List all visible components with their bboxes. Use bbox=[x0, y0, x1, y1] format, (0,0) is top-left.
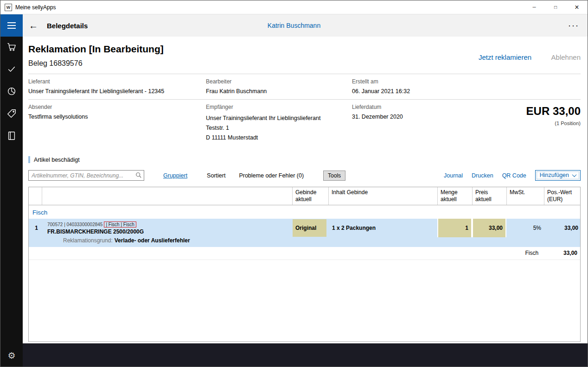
summary-value: 33,00 bbox=[543, 250, 580, 256]
table-header: Gebinde aktuell Inhalt Gebinde Menge akt… bbox=[29, 187, 580, 205]
document-title-block: Reklamation [In Bearbeitung] Beleg 16839… bbox=[28, 43, 164, 68]
cart-icon bbox=[6, 42, 17, 54]
position-count: (1 Position) bbox=[526, 120, 581, 126]
gruppiert-toggle[interactable]: Gruppiert bbox=[163, 172, 187, 179]
main-area: ⚙ Reklamation [In Bearbeitung] Beleg 168… bbox=[0, 37, 588, 367]
grund-label: Reklamationsgrund: bbox=[63, 237, 113, 244]
search-box bbox=[28, 170, 144, 181]
highlight-annotation-box: | Fisch | Fisch bbox=[104, 221, 136, 228]
qr-code-link[interactable]: QR Code bbox=[502, 172, 526, 179]
minimize-icon: ─ bbox=[532, 5, 536, 10]
row-gebinde: Original bbox=[292, 219, 328, 237]
document-header: Reklamation [In Bearbeitung] Beleg 16839… bbox=[28, 43, 581, 68]
total-amount: EUR 33,00 bbox=[526, 105, 581, 118]
tag-icon bbox=[6, 108, 17, 120]
group-header-fisch: Fisch bbox=[29, 205, 580, 219]
reject-button[interactable]: Ablehnen bbox=[551, 53, 581, 61]
document-title: Reklamation [In Bearbeitung] bbox=[28, 43, 164, 55]
row-menge: 1 bbox=[437, 219, 472, 237]
col-poswert: Pos.-Wert (EUR) bbox=[544, 187, 581, 205]
row-position: 1 bbox=[29, 219, 42, 237]
app-title: Meine sellyApps bbox=[15, 4, 56, 11]
field-erstellt-am: Erstellt am 06. Januar 2021 16:32 bbox=[352, 78, 581, 95]
info-row-2: Absender Testfirma sellysolutions Empfän… bbox=[28, 100, 581, 147]
close-button[interactable]: × bbox=[566, 0, 588, 14]
note-text: Artikel beschädigt bbox=[34, 157, 80, 163]
field-absender: Absender Testfirma sellysolutions bbox=[28, 104, 206, 143]
user-link[interactable]: Katrin Buschmann bbox=[268, 22, 320, 29]
book-icon bbox=[6, 131, 17, 143]
article-meta: 700572 | 04033300002845 bbox=[47, 222, 102, 227]
positions-table: Gebinde aktuell Inhalt Gebinde Menge akt… bbox=[28, 187, 581, 342]
reclaim-now-button[interactable]: Jetzt reklamieren bbox=[479, 53, 531, 61]
col-preis: Preis aktuell bbox=[472, 187, 506, 205]
row-inhalt: 1 x 2 Packungen bbox=[328, 219, 437, 237]
sidebar-item-statistics[interactable] bbox=[0, 81, 23, 103]
row-mwst: 5% bbox=[506, 219, 544, 237]
document-number: Beleg 16839576 bbox=[28, 59, 164, 68]
field-lieferdatum: Lieferdatum 31. Dezember 2020 bbox=[352, 104, 491, 143]
info-row-1: Lieferant Unser Trainingslieferant Ihr L… bbox=[28, 74, 581, 99]
app-window: W Meine sellyApps ─ □ × ← Belegdetails K… bbox=[0, 0, 588, 367]
maximize-button[interactable]: □ bbox=[545, 0, 566, 14]
toolbar-right: Journal Drucken QR Code Hinzufügen bbox=[444, 170, 581, 181]
document-panel: Reklamation [In Bearbeitung] Beleg 16839… bbox=[23, 37, 588, 343]
field-lieferant: Lieferant Unser Trainingslieferant Ihr L… bbox=[28, 78, 206, 95]
user-name-container: Katrin Buschmann bbox=[0, 22, 588, 29]
menu-button[interactable] bbox=[0, 14, 23, 37]
chevron-down-icon bbox=[572, 172, 577, 177]
row-preis: 33,00 bbox=[472, 219, 506, 237]
sidebar-item-tasks[interactable] bbox=[0, 59, 23, 81]
document-actions: Jetzt reklamieren Ablehnen bbox=[479, 53, 581, 68]
window-controls: ─ □ × bbox=[524, 0, 588, 14]
ellipsis-icon: ··· bbox=[568, 21, 579, 30]
table-empty-area bbox=[29, 260, 580, 342]
probleme-fehler-link[interactable]: Probleme oder Fehler (0) bbox=[239, 172, 304, 179]
sidebar: ⚙ bbox=[0, 37, 23, 367]
journal-link[interactable]: Journal bbox=[444, 172, 463, 179]
summary-group-label: Fisch bbox=[29, 250, 543, 256]
settings-button[interactable]: ⚙ bbox=[0, 344, 23, 367]
col-mwst: MwSt. bbox=[506, 187, 544, 205]
hamburger-icon bbox=[7, 22, 16, 23]
content-area: Reklamation [In Bearbeitung] Beleg 16839… bbox=[23, 37, 588, 367]
close-icon: × bbox=[575, 5, 579, 10]
col-menge: Menge aktuell bbox=[437, 187, 472, 205]
row-poswert: 33,00 bbox=[544, 219, 581, 237]
bottom-strip bbox=[23, 343, 588, 367]
titlebar: W Meine sellyApps ─ □ × bbox=[0, 0, 588, 14]
table-row[interactable]: 1 700572 | 04033300002845 | Fisch | Fisc… bbox=[29, 219, 580, 237]
app-icon: W bbox=[5, 4, 12, 11]
col-inhalt: Inhalt Gebinde bbox=[328, 187, 437, 205]
total-block: EUR 33,00 (1 Position) bbox=[526, 105, 581, 143]
sidebar-item-cart[interactable] bbox=[0, 37, 23, 59]
sortiert-toggle[interactable]: Sortiert bbox=[207, 172, 225, 179]
maximize-icon: □ bbox=[554, 5, 557, 10]
back-button[interactable]: ← bbox=[23, 14, 44, 37]
more-button[interactable]: ··· bbox=[560, 21, 588, 31]
search-input[interactable] bbox=[28, 170, 144, 181]
article-name: FR.BISMARCKHERINGE 2500/2000G bbox=[47, 228, 144, 235]
hinzufuegen-button[interactable]: Hinzufügen bbox=[535, 170, 581, 181]
group-summary-row: Fisch 33,00 bbox=[29, 247, 580, 260]
search-icon bbox=[135, 172, 142, 180]
sidebar-item-prices[interactable] bbox=[0, 103, 23, 126]
grund-value: Verlade- oder Auslieferfehler bbox=[115, 237, 190, 244]
field-bearbeiter: Bearbeiter Frau Katrin Buschmann bbox=[206, 78, 352, 95]
gear-icon: ⚙ bbox=[7, 350, 15, 361]
minimize-button[interactable]: ─ bbox=[524, 0, 545, 14]
check-icon bbox=[6, 64, 17, 76]
back-icon: ← bbox=[29, 20, 38, 31]
app-header: ← Belegdetails Katrin Buschmann ··· bbox=[0, 14, 588, 37]
col-gebinde: Gebinde aktuell bbox=[292, 187, 328, 205]
row-description: 700572 | 04033300002845 | Fisch | Fisch … bbox=[42, 219, 292, 237]
positions-toolbar: Gruppiert Sortiert Probleme oder Fehler … bbox=[28, 170, 581, 181]
tools-button[interactable]: Tools bbox=[323, 171, 345, 181]
damage-note: Artikel beschädigt bbox=[28, 156, 581, 163]
page-title: Belegdetails bbox=[47, 22, 88, 30]
sidebar-item-catalog[interactable] bbox=[0, 126, 23, 148]
field-empfaenger: Empfänger Unser Trainingslieferant Ihr L… bbox=[206, 104, 352, 143]
reklamationsgrund-row: Reklamationsgrund:Verlade- oder Ausliefe… bbox=[29, 237, 580, 247]
note-accent-bar bbox=[28, 156, 30, 163]
drucken-link[interactable]: Drucken bbox=[472, 172, 493, 179]
